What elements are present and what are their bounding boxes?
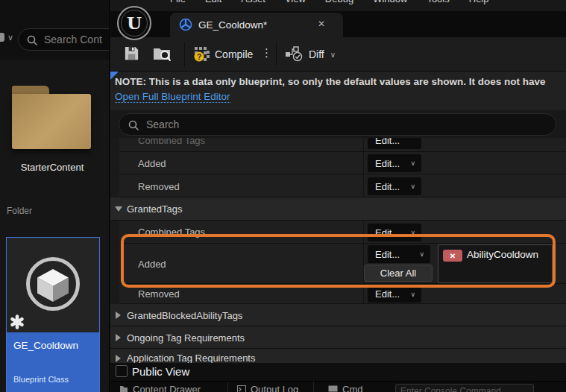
svg-text:U: U xyxy=(127,13,142,33)
tab-ge-cooldown[interactable]: GE_Cooldown* ✕ xyxy=(170,13,343,37)
search-icon xyxy=(128,119,139,131)
console-command-input[interactable] xyxy=(395,384,534,392)
table-row: Combined Tags Edit... xyxy=(119,138,566,152)
expander-right-icon[interactable] xyxy=(116,334,121,341)
compile-icon: ? xyxy=(194,46,210,63)
menu-help[interactable]: Help xyxy=(469,0,489,7)
compile-options-icon[interactable]: ⋮ xyxy=(261,46,272,60)
edit-tags-button[interactable]: Edit...∨ xyxy=(368,224,421,241)
category-row-grantedblockedabilitytags[interactable]: GrantedBlockedAbilityTags xyxy=(110,304,566,326)
edit-tags-button[interactable]: Edit...∨ xyxy=(368,285,421,303)
tag-list-container: ✕ AbilityCooldown xyxy=(438,244,553,283)
status-bar: Content Drawer Output Log Cmd xyxy=(110,381,566,392)
menu-debug[interactable]: Debug xyxy=(325,0,353,7)
menu-asset[interactable]: Asset xyxy=(241,0,265,7)
public-view-label: Public View xyxy=(132,365,189,378)
category-label: GrantedTags xyxy=(127,203,182,215)
svg-text:?: ? xyxy=(197,53,201,61)
expander-right-icon[interactable] xyxy=(116,355,121,362)
unsaved-asterisk-icon xyxy=(10,314,25,329)
content-drawer-button[interactable]: Content Drawer xyxy=(119,384,201,392)
folder-name[interactable]: StarterContent xyxy=(0,162,104,173)
category-label: GrantedBlockedAbilityTags xyxy=(127,310,242,321)
chevron-down-icon: ∨ xyxy=(410,159,415,167)
expander-down-icon[interactable] xyxy=(115,206,122,212)
chevron-down-icon[interactable]: ∨ xyxy=(7,33,13,42)
blueprint-editor-window: File Edit Asset View Debug Window Tools … xyxy=(110,0,566,392)
open-full-blueprint-editor-link[interactable]: Open Full Blueprint Editor xyxy=(115,91,230,103)
save-button[interactable] xyxy=(123,45,140,62)
category-label: Application Tag Requirements xyxy=(127,353,255,364)
cube-icon xyxy=(37,269,69,302)
clear-all-button[interactable]: Clear All xyxy=(364,265,433,282)
output-log-button[interactable]: Output Log xyxy=(237,384,298,392)
property-label: Added xyxy=(138,158,166,169)
toolbar: ? Compile ⋮ Diff ∨ xyxy=(110,37,566,72)
find-in-content-browser-icon xyxy=(152,45,172,63)
content-browser-panel: ∨ StarterContent Folder xyxy=(0,0,110,392)
search-icon xyxy=(26,34,38,46)
diff-button[interactable]: Diff ∨ xyxy=(285,45,336,63)
folder-type-label: Folder xyxy=(7,206,32,216)
settings-icon[interactable] xyxy=(0,33,4,42)
cmd-selector[interactable]: Cmd xyxy=(328,384,362,392)
chevron-down-icon: ∨ xyxy=(410,229,415,236)
asset-name: GE_Cooldown xyxy=(13,340,78,351)
chevron-down-icon: ∨ xyxy=(419,250,424,258)
chevron-down-icon: ∨ xyxy=(410,183,415,190)
console-icon xyxy=(328,385,338,392)
category-label: Ongoing Tag Requirements xyxy=(127,332,245,344)
unreal-logo-icon: U xyxy=(116,4,153,42)
tag-name: AbilityCooldown xyxy=(467,249,538,260)
statusbar-separator xyxy=(227,382,228,392)
table-row: Combined Tags Edit...∨ xyxy=(119,221,566,244)
category-row-grantedtags[interactable]: GrantedTags xyxy=(110,197,566,221)
content-browser-search[interactable] xyxy=(18,28,110,51)
table-row: Removed Edit...∨ xyxy=(119,174,566,197)
expander-right-icon[interactable] xyxy=(116,312,121,319)
output-log-icon xyxy=(237,385,246,392)
menu-window[interactable]: Window xyxy=(373,0,407,7)
toolbar-separator xyxy=(184,42,185,67)
asset-tile-ge-cooldown[interactable]: GE_Cooldown Blueprint Class xyxy=(6,237,100,392)
asset-footer-selected: GE_Cooldown Blueprint Class xyxy=(7,332,99,392)
property-label: Combined Tags xyxy=(138,138,205,146)
details-search[interactable] xyxy=(119,113,556,136)
edit-tags-button[interactable]: Edit...∨ xyxy=(368,177,421,195)
table-row-added-highlighted: Added Edit...∨ Clear All ✕ AbilityCooldo… xyxy=(119,244,566,284)
asset-type-label: Blueprint Class xyxy=(13,375,69,384)
asset-thumbnail xyxy=(7,238,99,332)
diff-icon xyxy=(285,45,304,63)
toolbar-separator xyxy=(276,42,277,67)
menu-view[interactable]: View xyxy=(285,0,306,7)
note-text: NOTE: This is a data only blueprint, so … xyxy=(115,76,566,87)
tab-close-icon[interactable]: ✕ xyxy=(318,19,325,29)
table-row: Removed Edit...∨ xyxy=(119,284,566,304)
menu-tools[interactable]: Tools xyxy=(427,0,449,7)
category-row-application-tag-requirements[interactable]: Application Tag Requirements xyxy=(110,349,566,364)
public-view-checkbox[interactable] xyxy=(116,365,128,377)
tab-title: GE_Cooldown* xyxy=(198,19,267,31)
menu-edit[interactable]: Edit xyxy=(205,0,221,7)
tab-bar: GE_Cooldown* ✕ xyxy=(110,11,566,37)
edit-tags-button[interactable]: Edit...∨ xyxy=(368,245,430,263)
remove-tag-icon[interactable]: ✕ xyxy=(443,250,462,262)
property-label: Combined Tags xyxy=(138,227,205,238)
browse-asset-button[interactable] xyxy=(152,45,172,63)
table-row: Added Edit...∨ xyxy=(119,152,566,174)
details-search-input[interactable] xyxy=(145,116,532,133)
blueprint-icon xyxy=(179,18,192,31)
public-view-bar: Public View xyxy=(110,363,566,381)
compile-button[interactable]: ? Compile xyxy=(194,46,253,63)
menu-file[interactable]: File xyxy=(170,0,186,7)
unreal-editor-screen: ∨ StarterContent Folder xyxy=(0,0,566,392)
content-search-input[interactable] xyxy=(43,31,110,48)
statusbar-separator xyxy=(313,382,314,392)
edit-tags-button[interactable]: Edit...∨ xyxy=(368,154,421,172)
content-drawer-icon xyxy=(119,385,128,392)
menu-bar: File Edit Asset View Debug Window Tools … xyxy=(110,0,566,11)
folder-icon[interactable] xyxy=(12,94,91,149)
category-row-ongoing-tag-requirements[interactable]: Ongoing Tag Requirements xyxy=(110,326,566,349)
edit-tags-button[interactable]: Edit... xyxy=(368,138,421,149)
compile-label: Compile xyxy=(215,48,253,60)
